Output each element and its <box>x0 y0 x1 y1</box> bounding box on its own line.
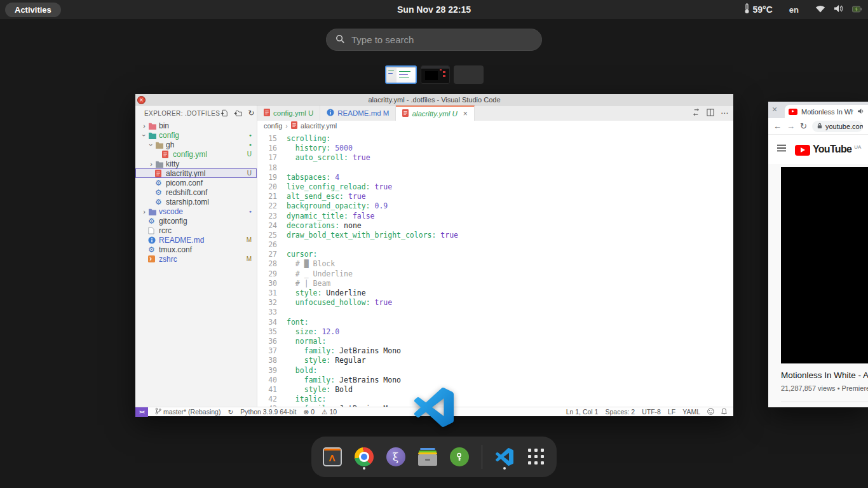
tree-item-starship-toml[interactable]: ⚙starship.toml <box>135 197 257 207</box>
tree-item-vscode[interactable]: ›vscode● <box>135 207 257 216</box>
open-changes-icon[interactable] <box>692 108 700 118</box>
chrome-toolbar: ← → ↻ youtube.com/wa <box>768 118 868 135</box>
line-number: 39 <box>257 366 287 376</box>
window-close-button[interactable]: × <box>772 105 777 114</box>
close-icon: × <box>140 97 144 104</box>
workspace-thumbnail-active[interactable] <box>385 65 417 84</box>
code-line: 24decorations: none <box>257 221 733 231</box>
tree-item-gh[interactable]: ›gh● <box>135 140 257 149</box>
forward-button[interactable]: → <box>787 121 795 131</box>
tree-item-gitconfig[interactable]: ⚙gitconfig <box>135 216 257 226</box>
item-label: starship.toml <box>166 198 252 207</box>
sync-button[interactable]: ↻ <box>227 408 233 416</box>
notifications-bell[interactable] <box>721 408 727 416</box>
eol[interactable]: LF <box>668 408 675 416</box>
tree-item-kitty[interactable]: ›kitty <box>135 159 257 168</box>
item-label: README.md <box>159 236 244 245</box>
breadcrumb-file[interactable]: alacritty.yml <box>301 122 337 130</box>
back-button[interactable]: ← <box>773 121 782 131</box>
vscode-app-icon[interactable] <box>414 388 454 427</box>
code-line: 20live_config_reload: true <box>257 182 733 192</box>
line-number: 31 <box>257 288 287 298</box>
reload-button[interactable]: ↻ <box>800 121 807 131</box>
error-icon: ⊗ <box>303 408 309 416</box>
editor-tab-alacritty-yml[interactable]: alacritty.yml U× <box>396 105 474 121</box>
line-number: 33 <box>257 308 287 317</box>
dock-vscode-icon[interactable] <box>495 445 514 469</box>
encoding[interactable]: UTF-8 <box>642 408 661 416</box>
vscode-window[interactable]: × alacritty.yml - .dotfiles - Visual Stu… <box>135 94 733 416</box>
keyboard-layout-indicator[interactable]: en <box>789 5 799 15</box>
tree-item-redshift-conf[interactable]: ⚙redshift.conf <box>135 187 257 197</box>
git-branch-status[interactable]: master* (Rebasing) <box>155 407 220 416</box>
line-number: 17 <box>257 153 287 163</box>
editor-tab-config-yml[interactable]: config.yml U <box>257 105 320 121</box>
breadcrumb[interactable]: config › alacritty.yml <box>257 121 733 131</box>
tree-item-picom-conf[interactable]: ⚙picom.conf <box>135 178 257 187</box>
youtube-header: YouTube UA <box>768 135 868 164</box>
code-text: draw_bold_text_with_bright_colors: true <box>287 231 458 240</box>
error-count[interactable]: ⊗0 <box>303 408 315 416</box>
gnome-activities-overview: Activities Sun Nov 28 22:15 59°C en Type… <box>0 0 868 488</box>
remote-indicator[interactable]: >< <box>135 407 148 417</box>
split-editor-icon[interactable] <box>707 109 714 118</box>
dock-keepass-icon[interactable] <box>450 445 469 469</box>
gear-icon: ⚙ <box>155 198 166 206</box>
python-interpreter[interactable]: Python 3.9.9 64-bit <box>240 408 296 416</box>
dock-app-grid-icon[interactable] <box>527 445 546 469</box>
feedback-button[interactable] <box>707 408 714 416</box>
yaml-icon <box>402 109 409 118</box>
tree-item-zshrc[interactable]: zshrcM <box>135 254 257 264</box>
system-tray[interactable]: 59°C en <box>744 0 862 19</box>
code-text: dynamic_title: false <box>287 212 375 221</box>
dock-alacritty-icon[interactable]: Λ <box>323 445 342 469</box>
video-player[interactable] <box>781 167 868 363</box>
cursor-position[interactable]: Ln 1, Col 1 <box>566 408 599 416</box>
tree-item-config-yml[interactable]: config.ymlU <box>135 149 257 159</box>
item-label: bin <box>159 121 252 130</box>
chevron-right-icon: › <box>285 122 288 130</box>
search-input[interactable]: Type to search <box>326 29 542 51</box>
refresh-icon[interactable]: ↻ <box>247 109 255 118</box>
editor-tab-readme-md[interactable]: README.md M <box>320 105 396 121</box>
dock-chrome-icon[interactable] <box>355 445 374 469</box>
browser-tab[interactable]: Motionless In White - A <box>785 105 868 118</box>
git-status-badge: M <box>247 255 252 262</box>
youtube-logo[interactable]: YouTube UA <box>795 144 861 156</box>
code-text: cursor: <box>287 250 317 259</box>
workspace-thumbnail-browser[interactable] <box>421 65 450 84</box>
hamburger-menu-icon[interactable] <box>776 144 787 155</box>
git-status-badge: ● <box>249 209 252 214</box>
language-mode[interactable]: YAML <box>682 408 700 416</box>
code-line: 36 normal: <box>257 337 733 346</box>
dock-emacs-icon[interactable]: ξ <box>386 445 405 469</box>
code-line: 34font: <box>257 318 733 327</box>
lock-icon <box>817 123 822 130</box>
tab-audio-icon[interactable] <box>857 108 864 116</box>
tree-item-alacritty-yml[interactable]: alacritty.ymlU <box>135 168 257 178</box>
yaml-icon <box>264 109 270 118</box>
more-actions-icon[interactable]: ⋯ <box>721 109 728 118</box>
clock[interactable]: Sun Nov 28 22:15 <box>0 4 868 15</box>
chevron-icon: › <box>140 208 148 215</box>
new-file-icon[interactable] <box>220 109 229 118</box>
workspace-thumbnail-empty[interactable] <box>454 65 484 84</box>
tree-item-readme-md[interactable]: README.mdM <box>135 235 257 245</box>
tree-item-config[interactable]: ›config● <box>135 130 257 140</box>
address-bar[interactable]: youtube.com/wa <box>812 121 863 132</box>
tree-item-bin[interactable]: ›bin <box>135 121 257 130</box>
tab-close-icon[interactable]: × <box>463 109 468 118</box>
tree-item-rcrc[interactable]: rcrc <box>135 226 257 235</box>
item-label: config.yml <box>173 150 245 159</box>
tree-item-tmux-conf[interactable]: ⚙tmux.conf <box>135 245 257 254</box>
editor-pane[interactable]: 15scrolling:16 history: 500017 auto_scro… <box>257 131 733 407</box>
new-folder-icon[interactable] <box>233 109 242 118</box>
chrome-window[interactable]: × Motionless In White - A ← → ↻ youtube.… <box>768 102 868 407</box>
indentation[interactable]: Spaces: 2 <box>605 408 635 416</box>
breadcrumb-folder[interactable]: config <box>264 122 282 130</box>
dock-files-icon[interactable] <box>418 445 437 469</box>
line-number: 18 <box>257 163 287 173</box>
window-close-button[interactable]: × <box>137 96 146 104</box>
warning-count[interactable]: ⚠10 <box>322 408 337 416</box>
tab-title: Motionless In White - A <box>801 108 853 116</box>
